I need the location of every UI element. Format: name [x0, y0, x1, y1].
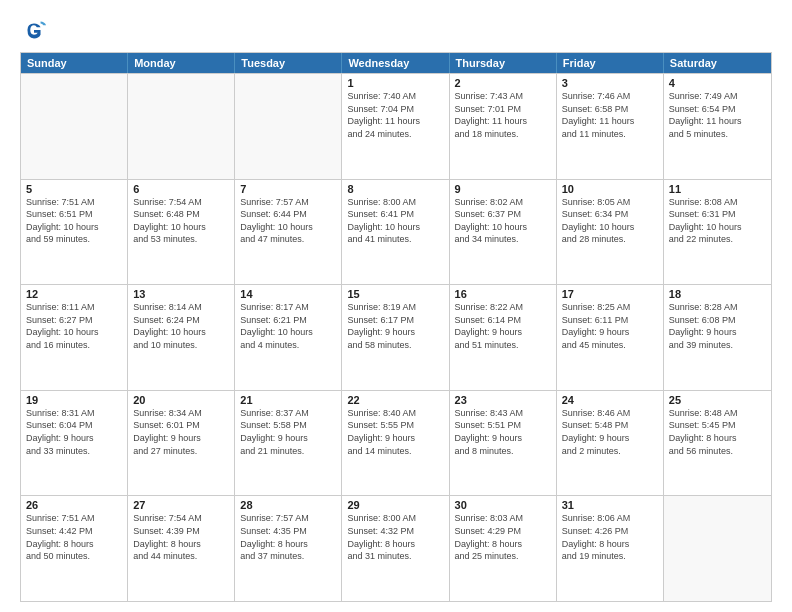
day-number: 8	[347, 183, 443, 195]
day-number: 5	[26, 183, 122, 195]
day-number: 18	[669, 288, 766, 300]
header-day-sunday: Sunday	[21, 53, 128, 73]
calendar-cell: 4Sunrise: 7:49 AM Sunset: 6:54 PM Daylig…	[664, 74, 771, 179]
day-info: Sunrise: 8:11 AM Sunset: 6:27 PM Dayligh…	[26, 301, 122, 351]
day-number: 15	[347, 288, 443, 300]
calendar-row-4: 19Sunrise: 8:31 AM Sunset: 6:04 PM Dayli…	[21, 390, 771, 496]
day-info: Sunrise: 7:46 AM Sunset: 6:58 PM Dayligh…	[562, 90, 658, 140]
day-number: 22	[347, 394, 443, 406]
calendar-header: SundayMondayTuesdayWednesdayThursdayFrid…	[21, 53, 771, 73]
day-info: Sunrise: 8:46 AM Sunset: 5:48 PM Dayligh…	[562, 407, 658, 457]
calendar-cell: 3Sunrise: 7:46 AM Sunset: 6:58 PM Daylig…	[557, 74, 664, 179]
day-number: 11	[669, 183, 766, 195]
calendar-cell: 14Sunrise: 8:17 AM Sunset: 6:21 PM Dayli…	[235, 285, 342, 390]
calendar-cell: 24Sunrise: 8:46 AM Sunset: 5:48 PM Dayli…	[557, 391, 664, 496]
day-info: Sunrise: 8:08 AM Sunset: 6:31 PM Dayligh…	[669, 196, 766, 246]
calendar: SundayMondayTuesdayWednesdayThursdayFrid…	[20, 52, 772, 602]
calendar-cell: 25Sunrise: 8:48 AM Sunset: 5:45 PM Dayli…	[664, 391, 771, 496]
calendar-cell: 10Sunrise: 8:05 AM Sunset: 6:34 PM Dayli…	[557, 180, 664, 285]
day-number: 1	[347, 77, 443, 89]
day-number: 3	[562, 77, 658, 89]
logo	[20, 16, 52, 44]
header	[20, 16, 772, 44]
day-number: 24	[562, 394, 658, 406]
day-number: 28	[240, 499, 336, 511]
calendar-cell: 22Sunrise: 8:40 AM Sunset: 5:55 PM Dayli…	[342, 391, 449, 496]
day-info: Sunrise: 7:43 AM Sunset: 7:01 PM Dayligh…	[455, 90, 551, 140]
day-number: 6	[133, 183, 229, 195]
calendar-cell: 29Sunrise: 8:00 AM Sunset: 4:32 PM Dayli…	[342, 496, 449, 601]
calendar-cell: 5Sunrise: 7:51 AM Sunset: 6:51 PM Daylig…	[21, 180, 128, 285]
header-day-wednesday: Wednesday	[342, 53, 449, 73]
day-number: 25	[669, 394, 766, 406]
day-number: 31	[562, 499, 658, 511]
calendar-cell: 9Sunrise: 8:02 AM Sunset: 6:37 PM Daylig…	[450, 180, 557, 285]
calendar-row-5: 26Sunrise: 7:51 AM Sunset: 4:42 PM Dayli…	[21, 495, 771, 601]
calendar-cell: 16Sunrise: 8:22 AM Sunset: 6:14 PM Dayli…	[450, 285, 557, 390]
calendar-cell: 26Sunrise: 7:51 AM Sunset: 4:42 PM Dayli…	[21, 496, 128, 601]
calendar-cell: 21Sunrise: 8:37 AM Sunset: 5:58 PM Dayli…	[235, 391, 342, 496]
day-number: 27	[133, 499, 229, 511]
calendar-row-1: 1Sunrise: 7:40 AM Sunset: 7:04 PM Daylig…	[21, 73, 771, 179]
calendar-cell: 23Sunrise: 8:43 AM Sunset: 5:51 PM Dayli…	[450, 391, 557, 496]
calendar-cell: 13Sunrise: 8:14 AM Sunset: 6:24 PM Dayli…	[128, 285, 235, 390]
day-info: Sunrise: 8:00 AM Sunset: 4:32 PM Dayligh…	[347, 512, 443, 562]
day-info: Sunrise: 8:06 AM Sunset: 4:26 PM Dayligh…	[562, 512, 658, 562]
calendar-cell: 18Sunrise: 8:28 AM Sunset: 6:08 PM Dayli…	[664, 285, 771, 390]
day-info: Sunrise: 8:03 AM Sunset: 4:29 PM Dayligh…	[455, 512, 551, 562]
calendar-cell: 12Sunrise: 8:11 AM Sunset: 6:27 PM Dayli…	[21, 285, 128, 390]
calendar-row-2: 5Sunrise: 7:51 AM Sunset: 6:51 PM Daylig…	[21, 179, 771, 285]
calendar-cell	[235, 74, 342, 179]
day-number: 16	[455, 288, 551, 300]
day-info: Sunrise: 8:02 AM Sunset: 6:37 PM Dayligh…	[455, 196, 551, 246]
day-number: 12	[26, 288, 122, 300]
calendar-cell: 11Sunrise: 8:08 AM Sunset: 6:31 PM Dayli…	[664, 180, 771, 285]
day-number: 13	[133, 288, 229, 300]
calendar-cell: 19Sunrise: 8:31 AM Sunset: 6:04 PM Dayli…	[21, 391, 128, 496]
day-info: Sunrise: 7:49 AM Sunset: 6:54 PM Dayligh…	[669, 90, 766, 140]
calendar-cell: 31Sunrise: 8:06 AM Sunset: 4:26 PM Dayli…	[557, 496, 664, 601]
calendar-body: 1Sunrise: 7:40 AM Sunset: 7:04 PM Daylig…	[21, 73, 771, 601]
logo-icon	[20, 16, 48, 44]
day-number: 4	[669, 77, 766, 89]
header-day-thursday: Thursday	[450, 53, 557, 73]
day-info: Sunrise: 8:00 AM Sunset: 6:41 PM Dayligh…	[347, 196, 443, 246]
day-info: Sunrise: 8:14 AM Sunset: 6:24 PM Dayligh…	[133, 301, 229, 351]
day-info: Sunrise: 8:48 AM Sunset: 5:45 PM Dayligh…	[669, 407, 766, 457]
calendar-cell	[21, 74, 128, 179]
calendar-cell: 28Sunrise: 7:57 AM Sunset: 4:35 PM Dayli…	[235, 496, 342, 601]
calendar-cell: 27Sunrise: 7:54 AM Sunset: 4:39 PM Dayli…	[128, 496, 235, 601]
day-number: 21	[240, 394, 336, 406]
day-info: Sunrise: 8:22 AM Sunset: 6:14 PM Dayligh…	[455, 301, 551, 351]
calendar-row-3: 12Sunrise: 8:11 AM Sunset: 6:27 PM Dayli…	[21, 284, 771, 390]
day-info: Sunrise: 8:31 AM Sunset: 6:04 PM Dayligh…	[26, 407, 122, 457]
calendar-cell: 2Sunrise: 7:43 AM Sunset: 7:01 PM Daylig…	[450, 74, 557, 179]
day-number: 29	[347, 499, 443, 511]
calendar-cell	[128, 74, 235, 179]
day-number: 17	[562, 288, 658, 300]
day-number: 26	[26, 499, 122, 511]
header-day-monday: Monday	[128, 53, 235, 73]
day-number: 20	[133, 394, 229, 406]
calendar-cell: 20Sunrise: 8:34 AM Sunset: 6:01 PM Dayli…	[128, 391, 235, 496]
day-info: Sunrise: 8:05 AM Sunset: 6:34 PM Dayligh…	[562, 196, 658, 246]
day-info: Sunrise: 8:34 AM Sunset: 6:01 PM Dayligh…	[133, 407, 229, 457]
day-info: Sunrise: 8:19 AM Sunset: 6:17 PM Dayligh…	[347, 301, 443, 351]
day-number: 14	[240, 288, 336, 300]
day-info: Sunrise: 8:37 AM Sunset: 5:58 PM Dayligh…	[240, 407, 336, 457]
day-number: 19	[26, 394, 122, 406]
day-info: Sunrise: 8:17 AM Sunset: 6:21 PM Dayligh…	[240, 301, 336, 351]
day-info: Sunrise: 8:28 AM Sunset: 6:08 PM Dayligh…	[669, 301, 766, 351]
day-info: Sunrise: 7:57 AM Sunset: 6:44 PM Dayligh…	[240, 196, 336, 246]
calendar-cell: 15Sunrise: 8:19 AM Sunset: 6:17 PM Dayli…	[342, 285, 449, 390]
calendar-cell: 6Sunrise: 7:54 AM Sunset: 6:48 PM Daylig…	[128, 180, 235, 285]
day-info: Sunrise: 7:51 AM Sunset: 4:42 PM Dayligh…	[26, 512, 122, 562]
calendar-cell: 8Sunrise: 8:00 AM Sunset: 6:41 PM Daylig…	[342, 180, 449, 285]
day-number: 10	[562, 183, 658, 195]
day-number: 23	[455, 394, 551, 406]
day-number: 30	[455, 499, 551, 511]
header-day-friday: Friday	[557, 53, 664, 73]
day-info: Sunrise: 7:57 AM Sunset: 4:35 PM Dayligh…	[240, 512, 336, 562]
calendar-cell: 1Sunrise: 7:40 AM Sunset: 7:04 PM Daylig…	[342, 74, 449, 179]
day-info: Sunrise: 8:40 AM Sunset: 5:55 PM Dayligh…	[347, 407, 443, 457]
